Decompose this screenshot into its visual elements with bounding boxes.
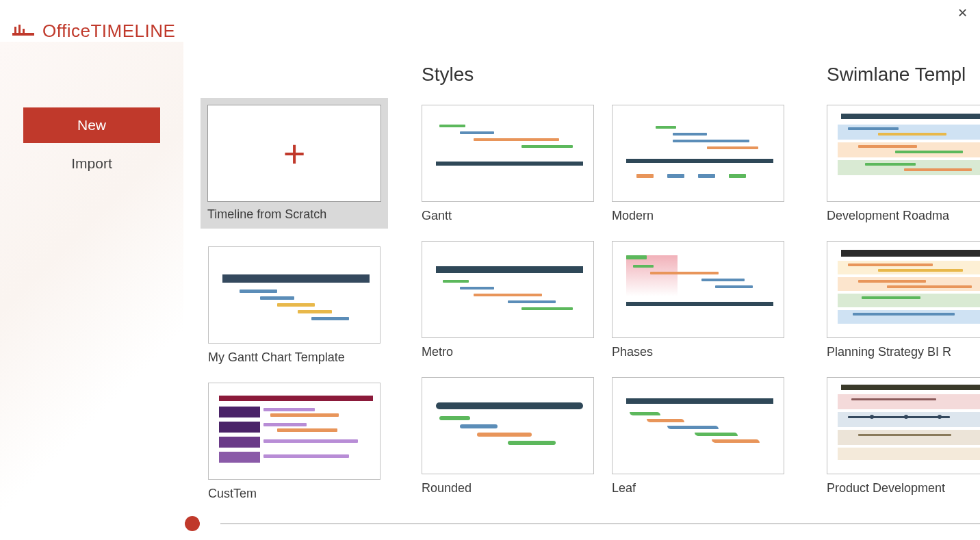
template-planning[interactable]: Planning Strategy BI R <box>827 241 980 359</box>
template-my-gantt-thumb <box>208 246 381 344</box>
template-product-dev-label: Product Development <box>827 481 980 496</box>
column-swimlane: Swimlane Templ Develop <box>827 64 980 534</box>
template-dev-roadmap[interactable]: Development Roadma <box>827 105 980 223</box>
template-scratch-label: Timeline from Scratch <box>207 207 381 222</box>
brand-prefix: Office <box>42 21 90 41</box>
template-modern-thumb <box>612 105 784 202</box>
app-logo-text: OfficeTIMELINE <box>42 21 175 42</box>
template-modern-label: Modern <box>612 209 784 223</box>
sidebar-new-button[interactable]: New <box>23 107 160 143</box>
scrollbar-track <box>220 523 980 524</box>
column-styles: Styles Gantt <box>422 64 802 534</box>
template-planning-label: Planning Strategy BI R <box>827 345 980 359</box>
template-product-dev[interactable]: Product Development <box>827 377 980 496</box>
template-phases-thumb <box>612 241 784 338</box>
swimlane-section-title: Swimlane Templ <box>827 64 980 91</box>
template-product-dev-thumb <box>827 377 980 474</box>
template-metro-label: Metro <box>422 345 594 359</box>
column-my-templates: + Timeline from Scratch My Gantt Chart T… <box>208 64 397 534</box>
horizontal-scrollbar[interactable] <box>189 519 980 528</box>
template-rounded[interactable]: Rounded <box>422 377 594 496</box>
template-metro[interactable]: Metro <box>422 241 594 359</box>
template-phases-label: Phases <box>612 345 784 359</box>
template-scratch[interactable]: + Timeline from Scratch <box>201 98 388 229</box>
sidebar-new-label: New <box>77 117 106 133</box>
styles-section-title: Styles <box>422 64 802 91</box>
template-gantt[interactable]: Gantt <box>422 105 594 223</box>
svg-rect-2 <box>18 25 21 33</box>
sidebar-import-label: Import <box>71 155 112 172</box>
template-dev-roadmap-label: Development Roadma <box>827 209 980 223</box>
template-my-gantt[interactable]: My Gantt Chart Template <box>208 246 381 365</box>
template-custtem-thumb <box>208 383 381 480</box>
template-dev-roadmap-thumb <box>827 105 980 202</box>
sidebar: New Import <box>0 42 183 534</box>
sidebar-import-button[interactable]: Import <box>23 146 160 181</box>
template-gantt-thumb <box>422 105 594 202</box>
template-custtem-label: CustTem <box>208 487 381 501</box>
template-my-gantt-label: My Gantt Chart Template <box>208 350 381 365</box>
template-phases[interactable]: Phases <box>612 241 784 359</box>
svg-rect-1 <box>14 27 16 33</box>
template-scratch-thumb: + <box>207 105 381 202</box>
template-rounded-label: Rounded <box>422 481 594 496</box>
app-header: OfficeTIMELINE <box>0 0 980 42</box>
svg-rect-3 <box>23 29 25 33</box>
template-custtem[interactable]: CustTem <box>208 383 381 501</box>
svg-rect-0 <box>12 33 34 36</box>
template-leaf-thumb <box>612 377 784 474</box>
template-leaf[interactable]: Leaf <box>612 377 784 496</box>
plus-icon: + <box>283 131 306 176</box>
template-planning-thumb <box>827 241 980 338</box>
app-logo-icon <box>12 23 34 40</box>
brand-suffix: TIMELINE <box>90 21 175 41</box>
template-leaf-label: Leaf <box>612 481 784 496</box>
template-gantt-label: Gantt <box>422 209 594 223</box>
main-content: + Timeline from Scratch My Gantt Chart T… <box>183 42 980 534</box>
template-metro-thumb <box>422 241 594 338</box>
scrollbar-thumb[interactable] <box>185 516 200 531</box>
close-button[interactable]: ✕ <box>957 5 968 21</box>
template-modern[interactable]: Modern <box>612 105 784 223</box>
template-rounded-thumb <box>422 377 594 474</box>
